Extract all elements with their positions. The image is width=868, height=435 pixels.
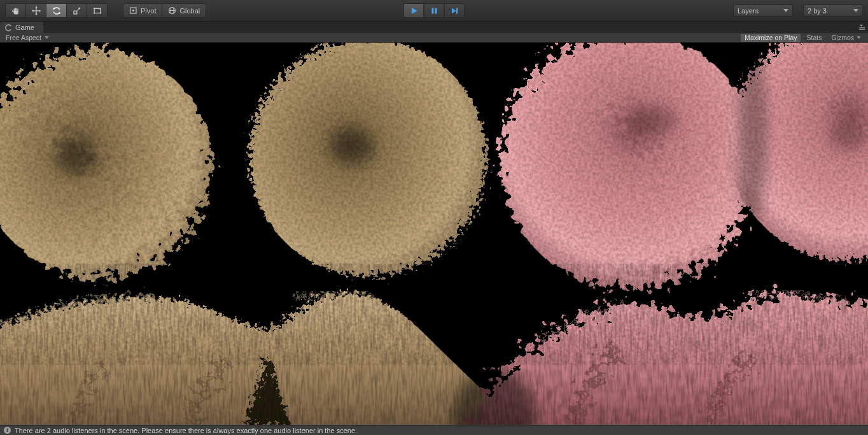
game-view-toolbar: Free Aspect Maximize on Play Stats Gizmo… [0, 33, 868, 43]
pivot-global-toggles: Pivot Global [123, 3, 206, 18]
step-button[interactable] [444, 3, 465, 18]
game-view-tab-bar: Game [0, 22, 868, 33]
play-triangle-icon [409, 6, 419, 16]
move-icon [31, 6, 41, 16]
layout-label: 2 by 3 [808, 7, 827, 15]
tab-game[interactable]: Game [0, 22, 43, 33]
caret-down-icon [853, 9, 858, 12]
move-tool-button[interactable] [25, 3, 46, 18]
layers-label: Layers [738, 7, 759, 15]
pane-menu-button[interactable] [855, 22, 868, 33]
maximize-on-play-label: Maximize on Play [745, 34, 797, 42]
status-bar[interactable]: i There are 2 audio listeners in the sce… [0, 425, 868, 435]
stats-label: Stats [806, 34, 822, 42]
game-viewport[interactable] [0, 43, 868, 425]
aspect-ratio-dropdown[interactable]: Free Aspect [3, 34, 52, 42]
transform-tools [5, 3, 108, 18]
scale-tool-button[interactable] [66, 3, 87, 18]
layout-dropdown[interactable]: 2 by 3 [803, 4, 863, 17]
globe-icon [168, 6, 176, 15]
caret-down-icon [783, 9, 788, 12]
info-icon: i [4, 427, 11, 434]
main-toolbar: Pivot Global [0, 0, 868, 22]
caret-down-icon [45, 36, 49, 39]
pause-bars-icon [429, 6, 439, 16]
rect-tool-button[interactable] [87, 3, 108, 18]
play-controls [403, 3, 465, 18]
rect-icon [92, 6, 102, 16]
pivot-label: Pivot [141, 7, 156, 15]
stats-button[interactable]: Stats [802, 34, 825, 42]
step-forward-icon [449, 6, 459, 16]
hand-tool-button[interactable] [5, 3, 26, 18]
unity-editor-window: Pivot Global [0, 0, 868, 435]
game-view-buttons: Maximize on Play Stats Gizmos [741, 34, 865, 42]
aspect-ratio-label: Free Aspect [6, 34, 41, 41]
maximize-on-play-button[interactable]: Maximize on Play [741, 34, 801, 42]
gizmos-label: Gizmos [831, 34, 854, 42]
global-label: Global [179, 7, 200, 15]
gizmos-dropdown-button[interactable]: Gizmos [827, 34, 865, 42]
status-message: There are 2 audio listeners in the scene… [15, 427, 357, 434]
global-toggle-button[interactable]: Global [162, 3, 206, 18]
rotate-tool-button[interactable] [46, 3, 67, 18]
fur-grain-bottom [0, 278, 868, 425]
pivot-square-icon [129, 6, 137, 15]
pane-menu-icon [858, 24, 866, 31]
game-view-icon [4, 24, 12, 32]
caret-down-icon [857, 36, 861, 39]
tab-game-label: Game [15, 24, 34, 31]
rotate-icon [52, 6, 62, 16]
scale-icon [72, 6, 82, 16]
toolbar-right-group: Layers 2 by 3 [733, 4, 863, 17]
pause-button[interactable] [424, 3, 445, 18]
layers-dropdown[interactable]: Layers [733, 4, 793, 17]
hand-icon [11, 6, 21, 16]
fur-scene [0, 43, 868, 425]
play-button[interactable] [403, 3, 424, 18]
pivot-toggle-button[interactable]: Pivot [123, 3, 162, 18]
